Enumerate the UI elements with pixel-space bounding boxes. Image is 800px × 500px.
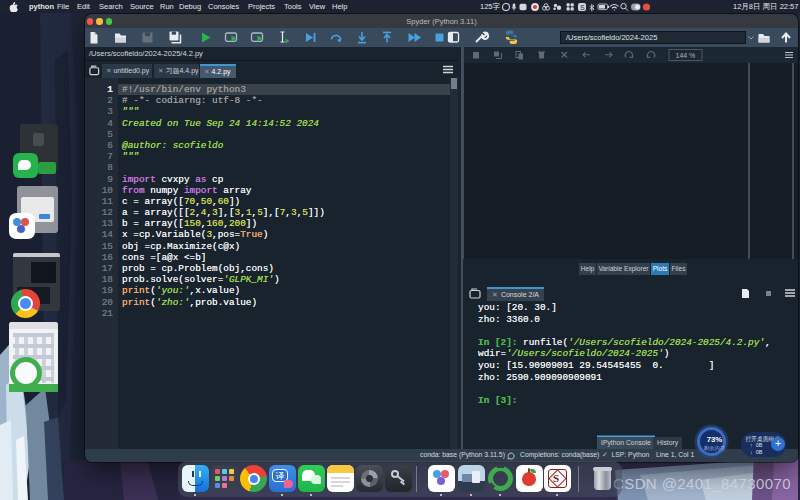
svg-text:S: S bbox=[580, 3, 585, 10]
svg-text:144 %: 144 % bbox=[676, 52, 696, 59]
